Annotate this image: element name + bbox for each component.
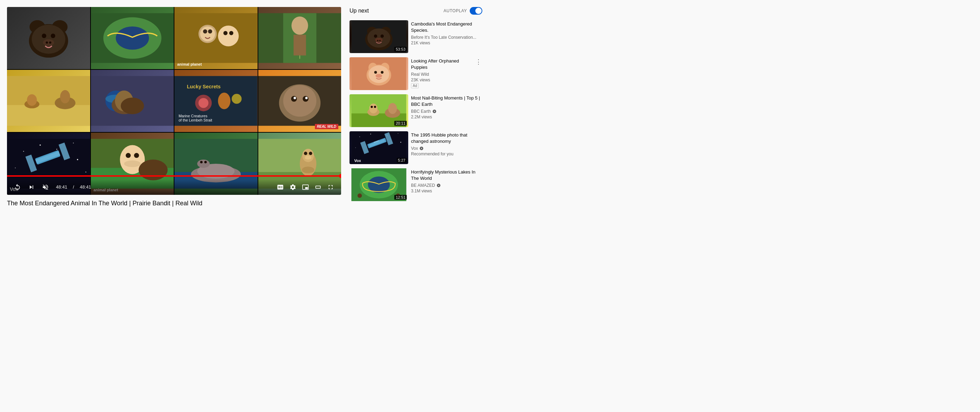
thumb-cat[interactable]: REAL WILD (258, 70, 342, 132)
svg-point-86 (305, 155, 312, 160)
svg-point-16 (208, 29, 212, 33)
thumb-aerial[interactable] (91, 7, 174, 69)
real-wild-overlay: REAL WILD (315, 124, 338, 129)
svg-text:Marine Creatures: Marine Creatures (178, 114, 207, 118)
svg-point-41 (218, 92, 231, 109)
card-title-1: Cambodia's Most Endangered Species. (411, 21, 482, 33)
card-thumbnail-5: 12:51 (350, 168, 408, 201)
card-views-5: 3.1M views (411, 189, 482, 193)
video-card-4[interactable]: Vox 5:27 The 1995 Hubble photo that chan… (350, 131, 482, 164)
card-channel-1: Before It's Too Late Conservation... (411, 35, 482, 40)
svg-point-78 (200, 161, 203, 163)
sidebar: Up next AUTOPLAY (350, 7, 482, 208)
svg-point-57 (56, 149, 57, 149)
video-card-2[interactable]: Looking After Orphaned Puppies Real Wild… (350, 57, 482, 90)
animal-planet-logo-1: animal planet (177, 62, 202, 67)
verified-icon-4 (419, 146, 423, 151)
video-card-5[interactable]: 12:51 Horrifyingly Mysterious Lakes In T… (350, 168, 482, 201)
svg-point-59 (77, 159, 78, 160)
svg-point-120 (355, 147, 356, 148)
progress-fill (7, 175, 341, 177)
ad-badge: Ad (411, 83, 419, 88)
svg-text:of the Lembeh Strait: of the Lembeh Strait (178, 118, 212, 122)
progress-bar[interactable] (7, 175, 341, 177)
svg-point-93 (374, 35, 377, 38)
svg-point-49 (283, 85, 316, 117)
svg-point-69 (126, 153, 130, 158)
autoplay-toggle[interactable] (470, 7, 482, 15)
fullscreen-button[interactable] (326, 182, 336, 192)
svg-point-11 (116, 27, 149, 50)
svg-point-104 (380, 71, 383, 74)
svg-point-110 (371, 106, 373, 108)
thumb-animal-planet-1[interactable]: animal planet (174, 7, 258, 69)
settings-button[interactable] (288, 182, 298, 192)
svg-point-19 (229, 31, 234, 35)
progress-dot (339, 174, 341, 178)
theater-button[interactable] (313, 182, 323, 192)
thumb-tribal[interactable] (258, 7, 342, 69)
svg-point-40 (199, 98, 208, 108)
svg-point-79 (204, 161, 207, 163)
svg-rect-12 (174, 13, 258, 63)
svg-point-55 (23, 151, 24, 152)
svg-point-77 (197, 160, 210, 168)
svg-point-87 (302, 166, 314, 173)
svg-point-28 (27, 94, 37, 106)
skip-button[interactable] (27, 182, 37, 192)
svg-point-8 (49, 41, 51, 44)
svg-point-23 (291, 16, 308, 35)
thumb-bear[interactable] (7, 7, 90, 69)
miniplayer-button[interactable] (301, 182, 310, 192)
thumb-lucky-secrets[interactable]: Lucky Secrets Marine Creatures of the Le… (174, 70, 258, 132)
card-more-button-2[interactable]: ⋮ (475, 57, 482, 67)
time-display: 48:41 (56, 184, 67, 190)
thumb-bears-globe[interactable] (91, 70, 174, 132)
video-card-1[interactable]: 53:53 Cambodia's Most Endangered Species… (350, 20, 482, 53)
card-thumbnail-3: 20:11 (350, 94, 408, 127)
card-thumbnail-1: 53:53 (350, 20, 408, 53)
svg-point-118 (398, 133, 398, 134)
svg-point-72 (138, 160, 167, 180)
svg-point-6 (43, 39, 54, 46)
svg-point-130 (368, 177, 390, 193)
card-title-4: The 1995 Hubble photo that changed astro… (411, 132, 482, 144)
card-info-1: Cambodia's Most Endangered Species. Befo… (411, 20, 482, 45)
card-title-2: Looking After Orphaned Puppies (411, 58, 472, 71)
svg-point-70 (134, 153, 139, 158)
card-views-3: 2.2M views (411, 114, 482, 119)
card-info-3: Most Nail-Biting Moments | Top 5 | BBC E… (411, 94, 482, 119)
video-card-3[interactable]: 20:11 Most Nail-Biting Moments | Top 5 |… (350, 94, 482, 127)
controls-right (275, 182, 336, 192)
svg-point-119 (400, 142, 401, 143)
svg-point-7 (46, 41, 48, 44)
card-channel-2: Real Wild (411, 72, 472, 77)
autoplay-label: AUTOPLAY (444, 8, 467, 13)
svg-point-103 (374, 71, 377, 74)
video-section: animal planet (7, 7, 341, 208)
svg-point-58 (73, 143, 74, 143)
card-duration-5: 12:51 (394, 195, 407, 200)
card-title-3: Most Nail-Biting Moments | Top 5 | BBC E… (411, 95, 482, 108)
mute-button[interactable] (41, 182, 50, 192)
total-time: 48:41 (80, 184, 91, 190)
card-views-2: 23K views (411, 78, 472, 82)
svg-point-95 (375, 38, 383, 42)
card-info-4: The 1995 Hubble photo that changed astro… (411, 131, 482, 157)
video-player: animal planet (7, 7, 341, 195)
svg-point-36 (121, 97, 144, 114)
thumb-savanna[interactable] (7, 70, 90, 132)
card-duration-4: 5:27 (397, 158, 407, 163)
verified-icon-5 (436, 183, 441, 187)
time-separator: / (73, 184, 75, 190)
svg-point-115 (359, 136, 360, 137)
replay-button[interactable] (13, 182, 22, 192)
card-channel-4: Vox (411, 146, 482, 151)
svg-point-52 (293, 97, 296, 99)
subtitles-button[interactable] (275, 182, 285, 192)
autoplay-section: AUTOPLAY (444, 7, 482, 15)
svg-point-94 (380, 35, 384, 38)
card-views-1: 21K views (411, 41, 482, 45)
card-thumbnail-2 (350, 57, 408, 90)
verified-icon-3 (432, 109, 436, 114)
